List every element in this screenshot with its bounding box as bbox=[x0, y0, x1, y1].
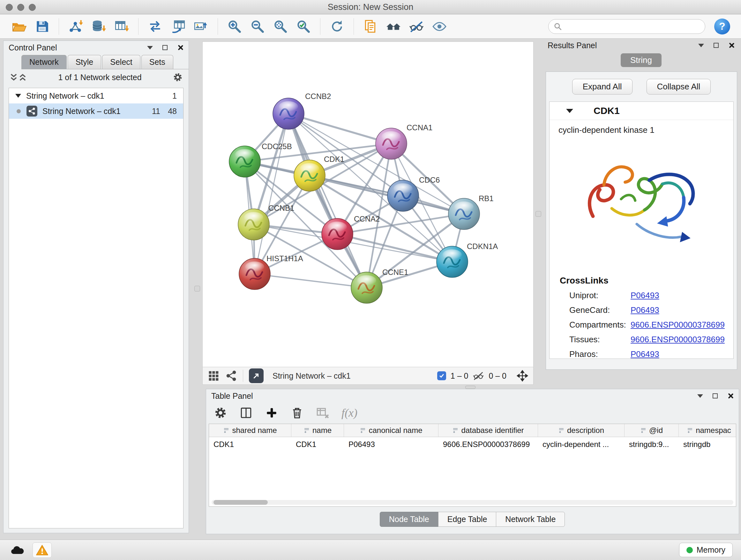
column-header-namespac[interactable]: namespac bbox=[679, 424, 736, 437]
delete-column-icon[interactable] bbox=[290, 406, 304, 420]
network-from-table-button[interactable] bbox=[169, 17, 187, 36]
table-row[interactable]: CDK1CDK1P064939606.ENSP00000378699cyclin… bbox=[209, 437, 736, 452]
column-header-shared-name[interactable]: shared name bbox=[209, 424, 291, 437]
collapse-all-networks-icon[interactable] bbox=[18, 73, 27, 82]
table-options-gear-icon[interactable] bbox=[214, 406, 227, 420]
close-window-button[interactable] bbox=[6, 4, 13, 11]
splitter-handle[interactable] bbox=[536, 211, 541, 217]
expand-all-networks-icon[interactable] bbox=[9, 73, 18, 82]
zoom-fit-button[interactable] bbox=[271, 17, 290, 36]
node-HIST1H1A[interactable] bbox=[239, 258, 270, 290]
new-network-button[interactable] bbox=[146, 17, 164, 36]
edge-CDK1-RB1[interactable] bbox=[310, 176, 464, 214]
cell-id[interactable]: stringdb:9... bbox=[624, 437, 679, 452]
tab-style[interactable]: Style bbox=[68, 55, 102, 69]
node-CDK1[interactable] bbox=[294, 160, 325, 191]
zoom-selected-button[interactable] bbox=[294, 17, 313, 36]
selected-items-checkbox[interactable] bbox=[437, 371, 446, 380]
panel-menu-icon[interactable] bbox=[698, 44, 704, 47]
search-input[interactable] bbox=[565, 21, 700, 31]
scrollbar-thumb[interactable] bbox=[213, 500, 268, 505]
show-graphics-button[interactable] bbox=[430, 17, 449, 36]
crosslink-value-link[interactable]: P06493 bbox=[630, 291, 659, 300]
hidden-glasses-icon[interactable] bbox=[473, 370, 484, 381]
open-session-button[interactable] bbox=[10, 17, 28, 36]
crosslink-value-link[interactable]: 9606.ENSP00000378699 bbox=[630, 320, 725, 330]
panel-float-icon[interactable] bbox=[713, 393, 718, 398]
tab-edge-table[interactable]: Edge Table bbox=[438, 512, 496, 527]
hide-unhide-button[interactable] bbox=[407, 17, 426, 36]
warnings-button[interactable] bbox=[32, 543, 52, 558]
cell-name[interactable]: CDK1 bbox=[291, 437, 344, 452]
column-header-name[interactable]: name bbox=[291, 424, 344, 437]
network-share-icon[interactable] bbox=[226, 370, 237, 381]
tab-network-table[interactable]: Network Table bbox=[496, 512, 565, 527]
cell-description[interactable]: cyclin-dependent ... bbox=[538, 437, 624, 452]
panel-float-icon[interactable] bbox=[162, 45, 167, 50]
zoom-in-button[interactable] bbox=[225, 17, 244, 36]
edge-CCNB2-CCNA1[interactable] bbox=[288, 114, 391, 144]
zoom-out-button[interactable] bbox=[248, 17, 267, 36]
node-CDC25B[interactable] bbox=[229, 146, 260, 177]
section-collapse-icon[interactable] bbox=[566, 109, 573, 113]
node-CDKN1A[interactable] bbox=[436, 246, 468, 277]
gene-section-header[interactable]: CDK1 bbox=[549, 102, 733, 120]
collapse-all-button[interactable]: Collapse All bbox=[647, 79, 711, 95]
zoom-window-button[interactable] bbox=[29, 4, 36, 11]
node-CCNA2[interactable] bbox=[322, 219, 353, 250]
cell-shared-name[interactable]: CDK1 bbox=[209, 437, 291, 452]
add-column-icon[interactable] bbox=[265, 406, 278, 420]
column-header-canonical-name[interactable]: canonical name bbox=[344, 424, 439, 437]
node-CCNA1[interactable] bbox=[376, 128, 407, 159]
edge-CCNB2-HIST1H1A[interactable] bbox=[255, 114, 288, 274]
duplicate-attributes-button[interactable] bbox=[361, 17, 380, 36]
export-image-button[interactable] bbox=[192, 17, 210, 36]
collection-expand-icon[interactable] bbox=[15, 94, 21, 98]
search-box[interactable] bbox=[548, 19, 705, 34]
apply-layout-button[interactable] bbox=[328, 17, 346, 36]
node-CCNE1[interactable] bbox=[351, 272, 382, 303]
node-CDC6[interactable] bbox=[387, 180, 419, 211]
cloud-status-button[interactable] bbox=[8, 543, 27, 557]
string-tab-badge[interactable]: String bbox=[621, 53, 662, 67]
splitter-handle[interactable] bbox=[465, 386, 475, 389]
show-columns-icon[interactable] bbox=[239, 406, 253, 420]
node-RB1[interactable] bbox=[448, 198, 480, 230]
import-network-database-button[interactable] bbox=[89, 17, 108, 36]
panel-close-icon[interactable] bbox=[177, 44, 184, 51]
delete-table-icon[interactable] bbox=[316, 406, 329, 420]
panel-close-icon[interactable] bbox=[727, 393, 734, 399]
tab-network[interactable]: Network bbox=[21, 55, 67, 69]
tab-select[interactable]: Select bbox=[102, 55, 140, 69]
network-row-selected[interactable]: String Network – cdk1 11 48 bbox=[9, 104, 183, 119]
tab-sets[interactable]: Sets bbox=[141, 55, 173, 69]
horizontal-scrollbar[interactable] bbox=[212, 500, 733, 505]
edge-HIST1H1A-CCNE1[interactable] bbox=[255, 274, 367, 288]
panel-menu-icon[interactable] bbox=[697, 394, 703, 398]
node-CCNB2[interactable] bbox=[273, 98, 304, 129]
crosslink-value-link[interactable]: P06493 bbox=[630, 349, 659, 359]
memory-button[interactable]: Memory bbox=[679, 543, 733, 557]
panel-close-icon[interactable] bbox=[728, 42, 735, 49]
column-header-id[interactable]: @id bbox=[624, 424, 679, 437]
import-network-file-button[interactable] bbox=[66, 17, 85, 36]
function-builder-icon[interactable]: f(x) bbox=[341, 406, 357, 420]
cell-namespac[interactable]: stringdb bbox=[679, 437, 736, 452]
save-session-button[interactable] bbox=[33, 17, 51, 36]
expand-all-button[interactable]: Expand All bbox=[572, 79, 632, 95]
export-view-button[interactable] bbox=[249, 368, 264, 383]
crosslink-value-link[interactable]: 9606.ENSP00000378699 bbox=[630, 334, 725, 345]
import-table-button[interactable] bbox=[112, 17, 131, 36]
crosslink-value-link[interactable]: P06493 bbox=[630, 305, 659, 315]
splitter-handle[interactable] bbox=[194, 286, 200, 292]
home-button[interactable] bbox=[384, 17, 403, 36]
network-collection-row[interactable]: String Network – cdk1 1 bbox=[9, 88, 183, 104]
panel-float-icon[interactable] bbox=[714, 43, 719, 48]
birds-eye-grid-icon[interactable] bbox=[208, 370, 219, 381]
column-header-database-identifier[interactable]: database identifier bbox=[439, 424, 538, 437]
network-canvas[interactable]: CCNB2CCNA1CDC25BCDK1CDC6RB1CCNB1CCNA2CDK… bbox=[203, 42, 533, 367]
network-options-gear-icon[interactable] bbox=[173, 72, 183, 82]
panel-menu-icon[interactable] bbox=[147, 46, 153, 50]
help-button[interactable]: ? bbox=[714, 18, 730, 35]
pan-crosshair-icon[interactable] bbox=[517, 370, 528, 381]
